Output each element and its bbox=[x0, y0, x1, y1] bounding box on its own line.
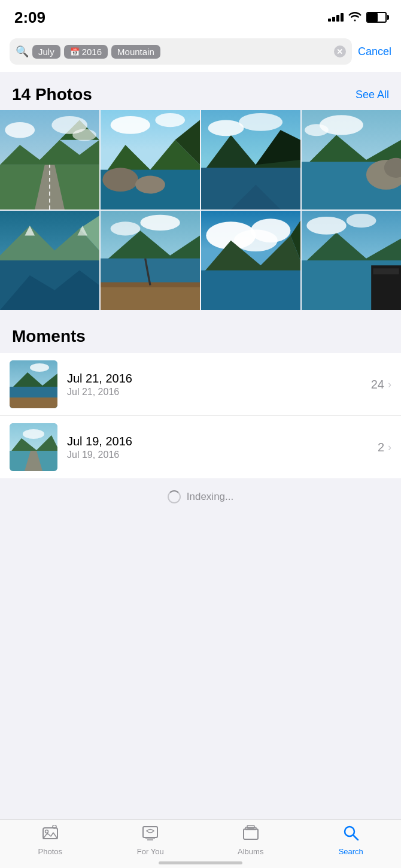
see-all-button[interactable]: See All bbox=[356, 89, 389, 101]
moment-date-main-2: Jul 19, 2016 bbox=[67, 435, 378, 448]
svg-point-22 bbox=[208, 120, 244, 136]
photo-cell-7[interactable] bbox=[201, 211, 300, 310]
tab-foryou-label: For You bbox=[137, 847, 164, 856]
photo-cell-2[interactable] bbox=[101, 110, 200, 210]
status-time: 2:09 bbox=[14, 8, 45, 27]
signal-icon bbox=[328, 13, 344, 22]
svg-point-14 bbox=[135, 176, 165, 194]
svg-point-57 bbox=[306, 217, 346, 235]
home-indicator bbox=[159, 861, 242, 864]
moment-item-1[interactable]: Jul 21, 2016 Jul 21, 2016 24 › bbox=[0, 353, 401, 416]
photos-tab-icon bbox=[42, 825, 59, 845]
tab-search[interactable]: Search bbox=[301, 825, 402, 856]
svg-rect-56 bbox=[373, 268, 399, 274]
photos-header: 14 Photos See All bbox=[0, 72, 401, 110]
svg-marker-71 bbox=[43, 833, 57, 839]
photo-cell-5[interactable] bbox=[0, 211, 99, 310]
search-tags: July 📅 2016 Mountain bbox=[32, 45, 330, 59]
tab-photos[interactable]: Photos bbox=[0, 825, 101, 856]
svg-rect-41 bbox=[101, 286, 200, 311]
status-icons bbox=[328, 11, 387, 25]
svg-point-6 bbox=[5, 122, 35, 138]
moment-info-2: Jul 19, 2016 Jul 19, 2016 bbox=[67, 435, 378, 460]
clear-button[interactable]: ✕ bbox=[334, 45, 346, 57]
moment-item-2[interactable]: Jul 19, 2016 Jul 19, 2016 2 › bbox=[0, 416, 401, 478]
svg-rect-73 bbox=[143, 827, 157, 837]
moment-date-main-1: Jul 21, 2016 bbox=[67, 372, 371, 386]
svg-point-68 bbox=[23, 429, 44, 439]
tag-2016[interactable]: 📅 2016 bbox=[64, 45, 108, 59]
photo-grid bbox=[0, 110, 401, 310]
chevron-icon-2: › bbox=[388, 441, 391, 454]
moment-thumb-2 bbox=[10, 423, 57, 471]
tag-july[interactable]: July bbox=[32, 45, 60, 59]
tab-foryou[interactable]: For You bbox=[101, 825, 201, 856]
photos-count: 14 Photos bbox=[12, 85, 92, 104]
chevron-icon-1: › bbox=[388, 378, 391, 391]
svg-point-8 bbox=[72, 129, 96, 141]
status-bar: 2:09 bbox=[0, 0, 401, 32]
moment-date-sub-2: Jul 19, 2016 bbox=[67, 450, 378, 460]
moment-thumb-1 bbox=[10, 360, 57, 408]
moment-count-2: 2 bbox=[378, 441, 384, 454]
svg-point-15 bbox=[111, 116, 150, 134]
tab-photos-label: Photos bbox=[38, 847, 62, 856]
svg-point-13 bbox=[102, 168, 138, 192]
photo-cell-4[interactable] bbox=[302, 110, 401, 210]
svg-point-43 bbox=[140, 215, 180, 231]
moment-date-sub-1: Jul 21, 2016 bbox=[67, 387, 371, 397]
foryou-tab-icon bbox=[142, 825, 159, 845]
svg-point-23 bbox=[239, 113, 282, 131]
tab-albums-label: Albums bbox=[238, 847, 263, 856]
calendar-icon: 📅 bbox=[70, 47, 80, 56]
photo-cell-6[interactable] bbox=[101, 211, 200, 310]
photo-cell-3[interactable] bbox=[201, 110, 300, 210]
battery-icon bbox=[366, 12, 387, 23]
svg-line-80 bbox=[353, 835, 358, 840]
moments-header: Moments bbox=[0, 310, 401, 352]
search-tab-icon bbox=[342, 825, 359, 845]
moment-count-1: 24 bbox=[371, 378, 384, 391]
wifi-icon bbox=[348, 11, 361, 25]
moment-count-area-1: 24 › bbox=[371, 378, 391, 391]
svg-rect-51 bbox=[201, 271, 300, 310]
svg-point-16 bbox=[155, 113, 185, 127]
tab-bar: Photos For You Albums bbox=[0, 820, 401, 868]
spinner-icon bbox=[168, 490, 181, 503]
tab-albums[interactable]: Albums bbox=[200, 825, 301, 856]
search-bar: 🔍 July 📅 2016 Mountain ✕ Cancel bbox=[0, 32, 401, 72]
svg-point-44 bbox=[111, 221, 141, 235]
content-spacer bbox=[0, 515, 401, 611]
search-icon: 🔍 bbox=[16, 45, 29, 58]
tab-search-label: Search bbox=[339, 847, 363, 856]
moments-list: Jul 21, 2016 Jul 21, 2016 24 › Jul 19, 2… bbox=[0, 353, 401, 478]
svg-point-48 bbox=[234, 230, 278, 252]
photo-cell-8[interactable] bbox=[302, 211, 401, 310]
svg-point-70 bbox=[45, 830, 48, 833]
svg-rect-76 bbox=[244, 829, 258, 839]
photo-cell-1[interactable] bbox=[0, 110, 99, 210]
svg-rect-62 bbox=[10, 397, 57, 408]
moment-info-1: Jul 21, 2016 Jul 21, 2016 bbox=[67, 372, 371, 397]
moment-count-area-2: 2 › bbox=[378, 441, 391, 454]
moments-title: Moments bbox=[12, 327, 86, 345]
indexing-row: Indexing... bbox=[0, 478, 401, 515]
cancel-button[interactable]: Cancel bbox=[358, 45, 391, 58]
svg-rect-78 bbox=[247, 825, 254, 828]
albums-tab-icon bbox=[242, 825, 259, 845]
search-input-area[interactable]: 🔍 July 📅 2016 Mountain ✕ bbox=[10, 38, 352, 65]
svg-point-58 bbox=[347, 214, 376, 227]
tag-mountain[interactable]: Mountain bbox=[111, 45, 160, 59]
svg-point-63 bbox=[30, 363, 49, 372]
svg-point-30 bbox=[305, 124, 329, 136]
svg-rect-69 bbox=[43, 828, 57, 839]
indexing-text: Indexing... bbox=[187, 491, 233, 503]
